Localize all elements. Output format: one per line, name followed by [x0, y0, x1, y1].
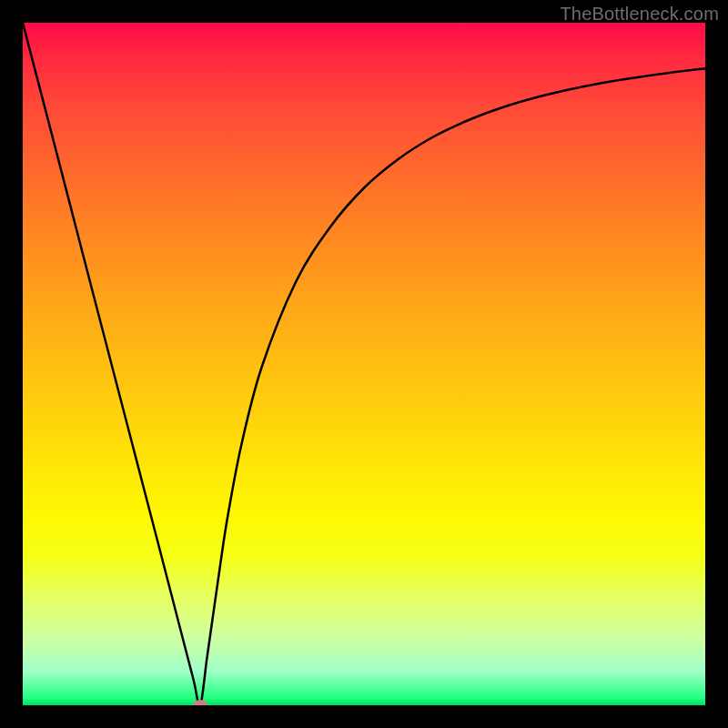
optimal-point-marker	[193, 700, 207, 705]
chart-frame: TheBottleneck.com	[0, 0, 728, 728]
plot-area	[23, 23, 705, 705]
heat-gradient-bg	[23, 23, 705, 705]
watermark-text: TheBottleneck.com	[560, 4, 719, 25]
